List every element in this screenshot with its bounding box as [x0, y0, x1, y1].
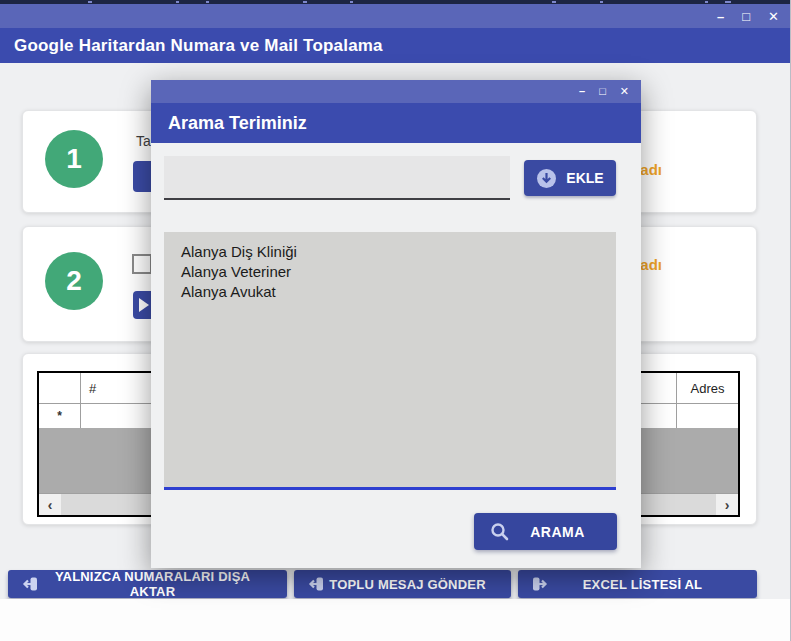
scroll-left-icon[interactable]: ‹ — [39, 494, 61, 515]
dialog-header: Arama Teriminiz — [151, 103, 641, 143]
grid-row-header-cell: * — [39, 404, 81, 428]
bottom-area — [0, 599, 791, 641]
export-numbers-label: YALNIZCA NUMARALARI DIŞA AKTAR — [38, 569, 287, 599]
grid-corner-cell — [39, 373, 81, 403]
search-terms-dialog: – □ ✕ Arama Teriminiz EKLE Alanya Diş Kl… — [151, 80, 641, 568]
step1-label-fragment: Ta — [136, 133, 151, 149]
list-item[interactable]: Alanya Avukat — [181, 282, 616, 302]
search-term-input[interactable] — [164, 156, 510, 200]
step2-badge: 2 — [45, 252, 103, 310]
step1-badge: 1 — [45, 130, 103, 188]
add-term-label: EKLE — [566, 170, 603, 186]
export-numbers-button[interactable]: YALNIZCA NUMARALARI DIŞA AKTAR — [8, 570, 287, 598]
export-left-icon — [308, 576, 324, 592]
search-button[interactable]: ARAMA — [474, 513, 617, 550]
excel-export-label: EXCEL LİSTESİ AL — [548, 577, 757, 592]
maximize-icon[interactable]: □ — [599, 86, 606, 97]
export-right-icon — [532, 576, 548, 592]
minimize-icon[interactable]: – — [579, 86, 585, 97]
grid-column-adres: Adres — [677, 373, 738, 403]
close-icon[interactable]: ✕ — [620, 86, 629, 97]
step2-checkbox[interactable] — [132, 254, 152, 274]
minimize-icon[interactable]: – — [717, 10, 724, 23]
dialog-title: Arama Teriminiz — [168, 113, 307, 134]
play-icon — [139, 298, 149, 312]
app-window: – □ ✕ Google Haritardan Numara ve Mail T… — [0, 0, 791, 641]
export-left-icon — [22, 576, 38, 592]
dialog-body: EKLE Alanya Diş Kliniği Alanya Veteriner… — [151, 143, 641, 568]
app-header: Google Haritardan Numara ve Mail Topalam… — [0, 28, 791, 63]
grid-cell-empty[interactable] — [677, 404, 738, 428]
list-item[interactable]: Alanya Diş Kliniği — [181, 242, 616, 262]
maximize-icon[interactable]: □ — [742, 10, 750, 23]
page-title: Google Haritardan Numara ve Mail Topalam… — [14, 36, 383, 56]
search-terms-list[interactable]: Alanya Diş Kliniği Alanya Veteriner Alan… — [164, 232, 616, 490]
search-icon — [490, 522, 510, 542]
close-icon[interactable]: ✕ — [768, 10, 779, 23]
new-row-marker: * — [57, 409, 62, 423]
bulk-message-label: TOPLU MESAJ GÖNDER — [324, 577, 511, 592]
window-titlebar: – □ ✕ — [0, 4, 791, 28]
list-item[interactable]: Alanya Veteriner — [181, 262, 616, 282]
dialog-titlebar: – □ ✕ — [151, 80, 641, 103]
bulk-message-button[interactable]: TOPLU MESAJ GÖNDER — [294, 570, 511, 598]
scroll-right-icon[interactable]: › — [716, 494, 738, 515]
search-button-label: ARAMA — [510, 524, 617, 540]
excel-export-button[interactable]: EXCEL LİSTESİ AL — [518, 570, 757, 598]
add-term-button[interactable]: EKLE — [524, 160, 616, 196]
download-circle-icon — [536, 168, 557, 189]
